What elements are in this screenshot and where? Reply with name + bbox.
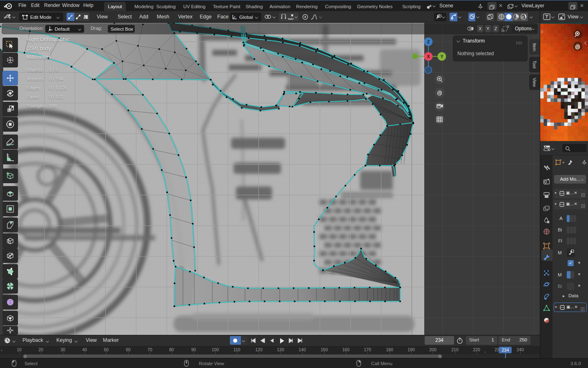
svg-text:Y: Y [441,54,443,59]
svg-text:Z: Z [427,40,430,44]
svg-text:X: X [427,54,430,59]
